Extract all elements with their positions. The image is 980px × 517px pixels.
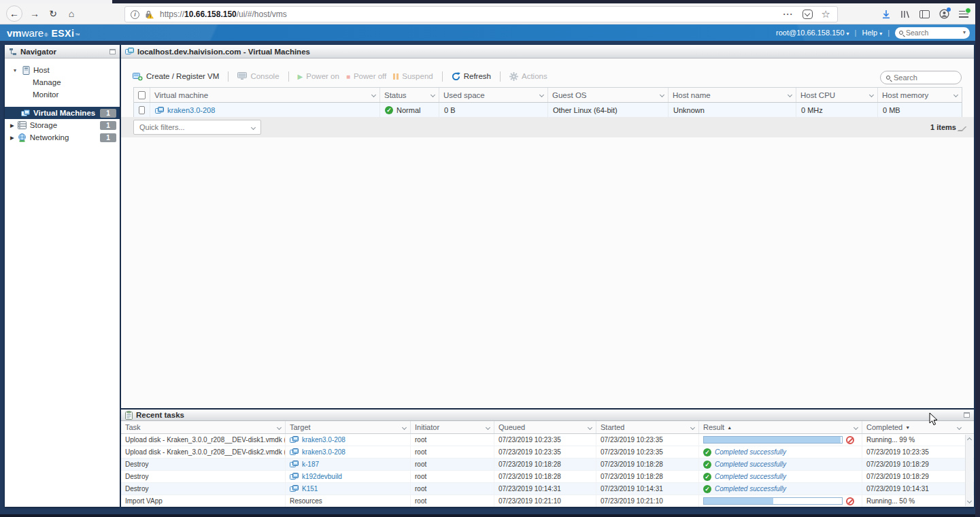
- quick-filters-dropdown[interactable]: Quick filters...: [133, 120, 261, 135]
- column-host-name[interactable]: Host name: [669, 88, 796, 102]
- column-guest-os[interactable]: Guest OS: [548, 88, 669, 102]
- console-button[interactable]: Console: [237, 72, 279, 80]
- global-search-input[interactable]: [906, 29, 948, 37]
- column-menu-icon[interactable]: [660, 93, 664, 97]
- select-all-cell[interactable]: [134, 88, 150, 102]
- sidebar-item-monitor[interactable]: Monitor: [5, 88, 120, 101]
- power-on-button[interactable]: ▶ Power on: [298, 72, 339, 80]
- vm-search[interactable]: [880, 71, 962, 84]
- library-icon[interactable]: [900, 10, 910, 19]
- page-info-icon[interactable]: i: [131, 10, 139, 19]
- refresh-button[interactable]: Refresh: [452, 72, 491, 81]
- column-label: Host CPU: [800, 91, 835, 99]
- tasks-scrollbar[interactable]: [965, 435, 973, 506]
- scroll-down-icon[interactable]: [967, 499, 972, 503]
- task-row[interactable]: Destroy k-187 root 07/23/2019 10:18:28 0…: [121, 458, 974, 471]
- task-target-link[interactable]: kraken3.0-208: [302, 436, 345, 444]
- column-menu-icon[interactable]: [277, 424, 282, 429]
- pocket-icon[interactable]: [802, 10, 813, 19]
- menu-button[interactable]: [959, 11, 968, 18]
- column-queued[interactable]: Queued: [494, 421, 596, 433]
- task-row[interactable]: Destroy K151 root 07/23/2019 10:14:31 07…: [121, 483, 974, 495]
- sidebar-toggle-icon[interactable]: [919, 10, 930, 18]
- url-bar[interactable]: i https://10.66.158.150/ui/#/host/vms ··…: [124, 6, 838, 22]
- desktop-strip: [975, 0, 980, 517]
- bookmark-star-icon[interactable]: ☆: [822, 10, 830, 19]
- column-status[interactable]: Status: [380, 88, 439, 102]
- column-menu-icon[interactable]: [953, 93, 958, 97]
- row-select-cell[interactable]: [134, 103, 150, 118]
- column-host-memory[interactable]: Host memory: [878, 88, 962, 102]
- divider: |: [855, 29, 857, 37]
- column-menu-icon[interactable]: [402, 424, 407, 429]
- user-menu[interactable]: root@10.66.158.150 ▾: [776, 29, 849, 37]
- row-checkbox[interactable]: [139, 106, 145, 114]
- column-menu-icon[interactable]: [486, 424, 490, 429]
- help-label: Help: [862, 29, 877, 37]
- global-search[interactable]: ▾: [895, 27, 970, 39]
- page-actions-icon[interactable]: ···: [783, 10, 794, 19]
- vm-table-row[interactable]: kraken3.0-208 ✓ Normal 0 B Other Linux (…: [134, 103, 962, 118]
- back-button[interactable]: ←: [6, 5, 22, 22]
- column-menu-icon[interactable]: [869, 93, 874, 97]
- column-menu-icon[interactable]: [588, 424, 592, 429]
- expand-icon[interactable]: ▸: [10, 120, 14, 130]
- task-row[interactable]: Destroy k192devbuild root 07/23/2019 10:…: [121, 471, 974, 483]
- task-target-link[interactable]: k-187: [302, 461, 319, 468]
- resize-grip-icon[interactable]: [958, 127, 967, 131]
- vm-name-link[interactable]: kraken3.0-208: [167, 106, 215, 114]
- power-off-button[interactable]: ■ Power off: [346, 72, 386, 80]
- column-menu-icon[interactable]: [430, 93, 435, 97]
- forward-button[interactable]: →: [29, 8, 41, 19]
- task-target-link[interactable]: k192devbuild: [302, 473, 342, 480]
- task-target-link[interactable]: K151: [302, 485, 318, 493]
- suspend-button[interactable]: Suspend: [393, 72, 433, 80]
- vm-search-input[interactable]: [894, 73, 948, 82]
- column-menu-icon[interactable]: [854, 424, 858, 429]
- column-target[interactable]: Target: [286, 421, 411, 433]
- column-result[interactable]: Result▲: [699, 421, 862, 433]
- actions-button[interactable]: Actions: [509, 72, 547, 81]
- column-initiator[interactable]: Initiator: [411, 421, 494, 433]
- clipboard-icon: [125, 411, 133, 420]
- download-icon[interactable]: [881, 10, 891, 19]
- sidebar-item-host[interactable]: ▾ Host: [5, 64, 120, 76]
- insecure-lock-icon[interactable]: [144, 10, 154, 19]
- scroll-up-icon[interactable]: [967, 437, 972, 442]
- task-queued: 07/23/2019 10:18:28: [494, 471, 596, 482]
- help-menu[interactable]: Help ▾: [862, 29, 882, 37]
- cancel-task-icon[interactable]: [846, 436, 854, 444]
- column-virtual-machine[interactable]: Virtual machine: [150, 88, 380, 102]
- column-used-space[interactable]: Used space: [439, 88, 548, 102]
- task-target-link[interactable]: kraken3.0-208: [302, 448, 345, 456]
- sidebar-item-storage[interactable]: ▸ Storage 1: [5, 119, 120, 131]
- reload-button[interactable]: ↻: [47, 8, 59, 19]
- url-text[interactable]: https://10.66.158.150/ui/#/host/vms: [160, 10, 783, 19]
- column-menu-icon[interactable]: [788, 93, 792, 97]
- task-row[interactable]: Upload disk - Kraken_3.0.0_r208__DEV-dis…: [121, 446, 974, 458]
- column-menu-icon[interactable]: [539, 93, 544, 97]
- column-menu-icon[interactable]: [957, 424, 962, 429]
- sidebar-item-virtual-machines[interactable]: Virtual Machines 1: [5, 107, 120, 119]
- column-completed[interactable]: Completed▼: [862, 421, 965, 433]
- column-started[interactable]: Started: [596, 421, 699, 433]
- create-register-vm-button[interactable]: Create / Register VM: [133, 72, 219, 81]
- task-row[interactable]: Upload disk - Kraken_3.0.0_r208__DEV-dis…: [121, 434, 974, 446]
- select-all-checkbox[interactable]: [138, 91, 146, 99]
- account-icon[interactable]: [939, 9, 949, 19]
- sidebar-item-manage[interactable]: Manage: [5, 76, 120, 88]
- home-button[interactable]: ⌂: [65, 8, 78, 19]
- column-menu-icon[interactable]: [371, 93, 376, 97]
- panel-popout-icon[interactable]: [964, 412, 970, 418]
- task-row[interactable]: Import VApp Resources root 07/23/2019 10…: [121, 495, 974, 507]
- column-task[interactable]: Task: [121, 421, 286, 433]
- sidebar-item-networking[interactable]: ▸ Networking 1: [5, 131, 120, 144]
- column-menu-icon[interactable]: [690, 424, 695, 429]
- vm-icon: [290, 448, 299, 456]
- cancel-task-icon[interactable]: [846, 497, 854, 505]
- column-host-cpu[interactable]: Host CPU: [796, 88, 878, 102]
- user-label: root@10.66.158.150: [776, 29, 844, 37]
- expand-icon[interactable]: ▾: [14, 67, 19, 73]
- panel-popout-icon[interactable]: [109, 49, 116, 54]
- expand-icon[interactable]: ▸: [10, 133, 14, 142]
